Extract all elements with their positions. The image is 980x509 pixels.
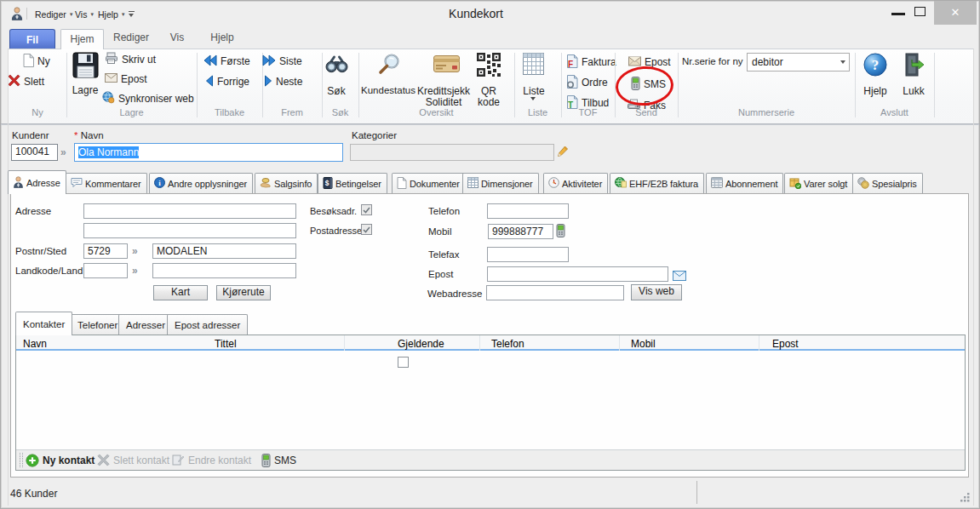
ribbon-lukk-button[interactable]	[903, 53, 924, 80]
kategorier-field[interactable]	[350, 144, 554, 161]
tab-hjem[interactable]: Hjem	[60, 29, 104, 49]
col-navn[interactable]: Navn	[23, 338, 47, 350]
webadresse-label: Webadresse	[427, 289, 482, 299]
tab-varer-solgt[interactable]: Varer solgt	[784, 173, 853, 193]
ribbon-epost-button[interactable]: Epost	[105, 71, 147, 87]
ribbon-hjelp-button[interactable]: ?	[863, 53, 887, 80]
globe-sync-icon	[102, 91, 115, 106]
vis-web-button[interactable]: Vis web	[631, 284, 682, 300]
clock-icon	[548, 177, 559, 190]
postnr-lookup-chevron[interactable]: »	[132, 245, 138, 257]
tab-abonnement[interactable]: Abonnement	[706, 173, 783, 193]
ribbon-group-nummerserie: Nummerserie	[678, 107, 855, 117]
landkode-lookup-chevron[interactable]: »	[132, 265, 138, 277]
col-tittel[interactable]: Tittel	[215, 338, 237, 350]
ribbon-liste-button[interactable]	[523, 53, 544, 78]
order-document-icon	[566, 75, 578, 91]
toolbar-grip[interactable]	[20, 453, 23, 467]
col-epost[interactable]: Epost	[772, 338, 799, 350]
ny-kontakt-button[interactable]: Ny kontakt	[43, 455, 95, 466]
kundenr-lookup-chevron[interactable]: »	[60, 146, 66, 158]
adresse-field-2[interactable]	[83, 223, 296, 238]
hand-money-icon	[260, 177, 272, 190]
ribbon-forste-button[interactable]: Første	[203, 54, 250, 69]
tab-aktiviteter[interactable]: Aktiviteter	[543, 173, 608, 193]
last-double-arrow-right-icon	[262, 54, 276, 69]
ribbon-group-frem: Frem	[262, 107, 322, 117]
ribbon-group-lagre: Lagre	[66, 107, 197, 117]
postadresse-checkbox[interactable]	[361, 224, 372, 235]
ribbon-neste-button[interactable]: Neste	[264, 74, 302, 89]
globe-document-icon	[615, 177, 627, 190]
previous-arrow-left-icon	[205, 75, 214, 89]
land-field[interactable]	[152, 263, 296, 278]
col-telefon[interactable]: Telefon	[491, 338, 524, 350]
ribbon-faktura-button[interactable]: F Faktura	[566, 54, 616, 70]
ribbon-qr-label1: QR	[476, 85, 501, 97]
tab-ehf-faktura[interactable]: EHF/E2B faktura	[610, 173, 704, 193]
resize-grip[interactable]	[959, 491, 971, 503]
ribbon-qr-kode-button[interactable]	[476, 52, 501, 81]
window-kundekort: Rediger ▼ Vis ▼ Hjelp ▼ Kundekort ✕ Fil …	[0, 0, 980, 509]
ribbon-liste-label: Liste	[519, 85, 549, 97]
kjorerute-button[interactable]: Kjørerute	[216, 285, 271, 300]
ribbon-forrige-button[interactable]: Forrige	[205, 74, 249, 89]
ribbon-synkroniser-web-button[interactable]: Synkroniser web	[102, 91, 194, 106]
navn-label: * Navn	[74, 130, 104, 140]
ribbon-kundestatus-button[interactable]	[378, 53, 402, 79]
ribbon-lagre-button[interactable]	[70, 52, 100, 82]
ribbon-siste-button[interactable]: Siste	[262, 54, 302, 69]
sms-button[interactable]: SMS	[274, 455, 296, 466]
box-check-icon	[789, 177, 801, 191]
tab-spesialpris[interactable]: Spesialpris	[852, 173, 923, 193]
ribbon-group-ny: Ny	[9, 107, 66, 117]
navn-field[interactable]: Ola Normann	[74, 143, 343, 162]
kart-button[interactable]: Kart	[153, 285, 208, 300]
nrserie-combobox[interactable]: debitor	[747, 53, 850, 71]
col-mobil[interactable]: Mobil	[631, 338, 656, 350]
kundenr-field[interactable]: 100041	[11, 144, 58, 161]
telefax-field[interactable]	[487, 247, 569, 262]
email-envelope-icon	[105, 73, 117, 85]
ribbon-skriv-ut-button[interactable]: Skriv ut	[105, 52, 156, 67]
edit-pencil-icon[interactable]	[556, 145, 569, 163]
tab-salgsinfo[interactable]: Salgsinfo	[255, 173, 318, 193]
adresse-field-1[interactable]	[83, 203, 296, 219]
combo-dropdown-arrow[interactable]	[840, 60, 845, 64]
besoksadr-checkbox[interactable]	[361, 204, 372, 215]
ribbon-slett-button[interactable]: Slett	[8, 74, 44, 89]
col-gjeldende[interactable]: Gjeldende	[398, 338, 444, 350]
ribbon-group-send: Send	[615, 107, 678, 117]
subtab-kontakter[interactable]: Kontakter	[15, 312, 72, 335]
slett-kontakt-button[interactable]: Slett kontakt	[113, 455, 169, 466]
tab-adresse[interactable]: Adresse	[8, 170, 66, 194]
ribbon-ny-button[interactable]: Ny	[23, 54, 50, 69]
tab-andre-opplysninger[interactable]: i Andre opplysninger	[149, 173, 253, 193]
tab-dokumenter[interactable]: Dokumenter	[392, 173, 466, 193]
ribbon-kredittsjekk-button[interactable]	[433, 55, 460, 76]
webadresse-field[interactable]	[486, 285, 624, 300]
document-icon	[397, 177, 407, 191]
ribbon-sok-button[interactable]	[324, 54, 348, 77]
email-icon[interactable]	[673, 269, 686, 284]
save-floppy-icon	[72, 52, 99, 82]
ribbon-ordre-button[interactable]: Ordre	[566, 75, 608, 90]
tab-kommentarer[interactable]: Kommentarer	[66, 173, 147, 193]
endre-kontakt-button[interactable]: Endre kontakt	[188, 455, 251, 466]
postnr-field[interactable]: 5729	[83, 243, 128, 259]
sted-field[interactable]: MODALEN	[152, 243, 296, 259]
list-grid-icon	[523, 53, 544, 78]
landkode-field[interactable]	[83, 263, 128, 278]
telefon-field[interactable]	[487, 203, 569, 219]
subtab-adresser[interactable]: Adresser	[118, 314, 173, 335]
subtab-telefoner[interactable]: Telefoner	[70, 314, 125, 335]
help-icon: ?	[863, 53, 887, 80]
mobile-phone-icon[interactable]	[556, 224, 565, 241]
mobil-field[interactable]: 999888777	[488, 224, 553, 239]
row-gjeldende-checkbox[interactable]	[398, 357, 409, 368]
subtab-epost-adresser[interactable]: Epost adresser	[167, 314, 248, 335]
epost-field[interactable]	[487, 266, 668, 282]
liste-dropdown-arrow[interactable]	[530, 97, 536, 100]
tab-betingelser[interactable]: $ Betingelser	[318, 173, 387, 193]
tab-dimensjoner[interactable]: Dimensjoner	[462, 173, 539, 193]
